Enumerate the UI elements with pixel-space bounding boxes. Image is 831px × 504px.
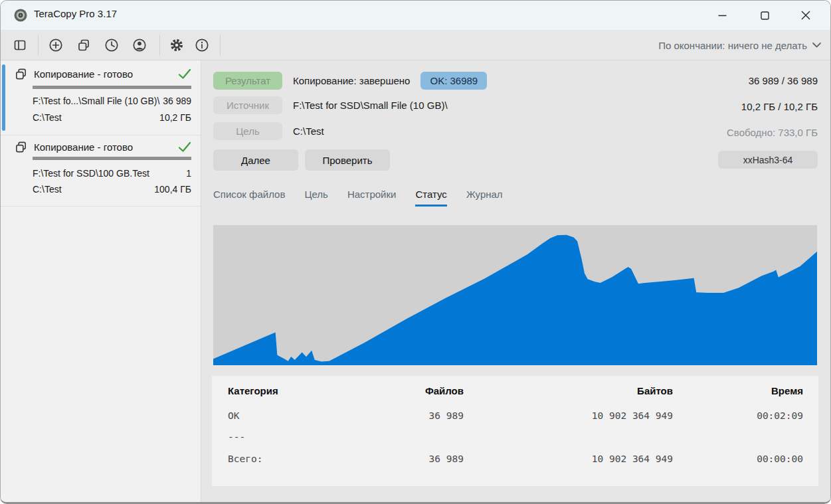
gear-icon [169, 38, 184, 52]
task-title: Копирование - готово [34, 68, 172, 80]
tab-bar: Список файлов Цель Настройки Статус Журн… [213, 189, 522, 207]
header-bytes: Байтов [637, 385, 673, 396]
finish-action-dropdown[interactable]: По окончании: ничего не делать [658, 30, 821, 60]
header-category: Категория [228, 385, 278, 396]
speed-chart-svg [213, 225, 817, 365]
history-button[interactable] [104, 37, 120, 53]
files-progress-text: 36 989 / 36 989 [749, 72, 818, 90]
cell-bytes: 10 902 364 949 [592, 410, 673, 421]
cell-category: OK [228, 410, 239, 421]
table-row: --- [212, 432, 818, 449]
speed-area [213, 235, 817, 365]
clock-icon [104, 38, 119, 52]
source-label-pill[interactable]: Источник [213, 96, 282, 114]
add-task-button[interactable] [48, 37, 64, 53]
tab-status[interactable]: Статус [415, 189, 446, 207]
cell-time: 00:00:00 [757, 454, 803, 464]
task-progress-bar [33, 86, 191, 89]
size-progress-text: 10,2 ГБ / 10,2 ГБ [741, 98, 818, 116]
result-label-pill[interactable]: Результат [213, 72, 282, 90]
cell-files: 36 989 [429, 410, 464, 421]
task-size: 100,4 ГБ [154, 184, 191, 195]
next-button[interactable]: Далее [213, 149, 298, 171]
task-item-1[interactable]: Копирование - готово F:\Test fo...\Small… [1, 60, 201, 135]
toolbar-separator [159, 35, 160, 55]
header-files: Файлов [425, 385, 464, 396]
source-path-text: F:\Test for SSD\Small File (10 GB)\ [293, 100, 448, 111]
app-logo-icon [14, 9, 27, 22]
minimize-icon [718, 11, 727, 20]
task-progress-bar [33, 157, 191, 160]
task-source-path: F:\Test for SSD\100 GB.Test [33, 168, 149, 179]
speed-chart [213, 225, 817, 365]
table-header-row: Категория Файлов Байтов Время [212, 385, 818, 404]
app-window: TeraCopy Pro 3.17 [0, 0, 831, 504]
status-table: Категория Файлов Байтов Время OK 36 989 … [212, 376, 818, 486]
task-files-count: 36 989 [163, 96, 191, 106]
copy-icon [14, 140, 28, 154]
check-icon [178, 141, 191, 153]
info-button[interactable] [194, 37, 210, 53]
task-files-count: 1 [186, 168, 191, 179]
task-title: Копирование - готово [34, 141, 172, 153]
titlebar: TeraCopy Pro 3.17 [1, 1, 830, 30]
cell-files: 36 989 [429, 454, 464, 464]
cell-category: Всего: [228, 454, 262, 464]
plus-circle-icon [48, 38, 63, 52]
verify-button[interactable]: Проверить [305, 149, 390, 171]
selected-task-accent [2, 64, 5, 131]
panel-toggle-icon [13, 38, 27, 52]
target-label-pill[interactable]: Цель [213, 122, 282, 140]
table-row: Всего: 36 989 10 902 364 949 00:00:00 [212, 454, 818, 471]
toolbar-separator [220, 35, 221, 55]
account-button[interactable] [132, 37, 147, 53]
maximize-icon [761, 11, 769, 20]
result-status-text: Копирование: завершено [293, 75, 410, 86]
header-time: Время [771, 385, 803, 396]
info-circle-icon [195, 38, 209, 52]
cell-time: 00:02:09 [757, 410, 803, 421]
cell-bytes: 10 902 364 949 [592, 454, 673, 464]
close-icon [801, 11, 810, 20]
settings-button[interactable] [169, 37, 185, 53]
task-source-path: F:\Test fo...\Small File (10 GB)\ [33, 96, 159, 106]
copy-icon [14, 67, 28, 81]
tab-log[interactable]: Журнал [466, 189, 503, 207]
table-row: OK 36 989 10 902 364 949 00:02:09 [212, 410, 818, 428]
minimize-button[interactable] [707, 1, 737, 30]
user-circle-icon [132, 38, 147, 52]
maximize-button[interactable] [749, 1, 780, 30]
task-item-2[interactable]: Копирование - готово F:\Test for SSD\100… [1, 135, 201, 207]
cell-category: --- [228, 432, 245, 442]
ok-count-badge[interactable]: OK: 36989 [420, 72, 487, 90]
window-title: TeraCopy Pro 3.17 [34, 8, 117, 19]
free-space-text: Свободно: 733,0 ГБ [727, 124, 818, 141]
task-list-sidebar: Копирование - готово F:\Test fo...\Small… [1, 60, 201, 502]
tab-settings[interactable]: Настройки [347, 189, 397, 207]
toolbar-separator [38, 35, 39, 55]
task-size: 10,2 ГБ [159, 112, 191, 123]
task-target-path: C:\Test [33, 112, 62, 123]
target-path-text: C:\Test [293, 126, 324, 137]
tab-target[interactable]: Цель [304, 189, 328, 207]
copy-button[interactable] [76, 37, 92, 53]
panel-toggle-button[interactable] [12, 37, 28, 53]
task-target-path: C:\Test [33, 184, 62, 195]
close-button[interactable] [790, 1, 821, 30]
toolbar: По окончании: ничего не делать [1, 30, 830, 60]
copy-icon [76, 38, 91, 52]
check-icon [178, 68, 191, 80]
main-panel: Результат Копирование: завершено OK: 369… [201, 60, 830, 502]
hash-algorithm-button[interactable]: xxHash3-64 [718, 151, 818, 169]
chevron-down-icon [812, 42, 821, 48]
finish-action-label: По окончании: ничего не делать [658, 40, 807, 51]
tab-file-list[interactable]: Список файлов [213, 189, 285, 207]
